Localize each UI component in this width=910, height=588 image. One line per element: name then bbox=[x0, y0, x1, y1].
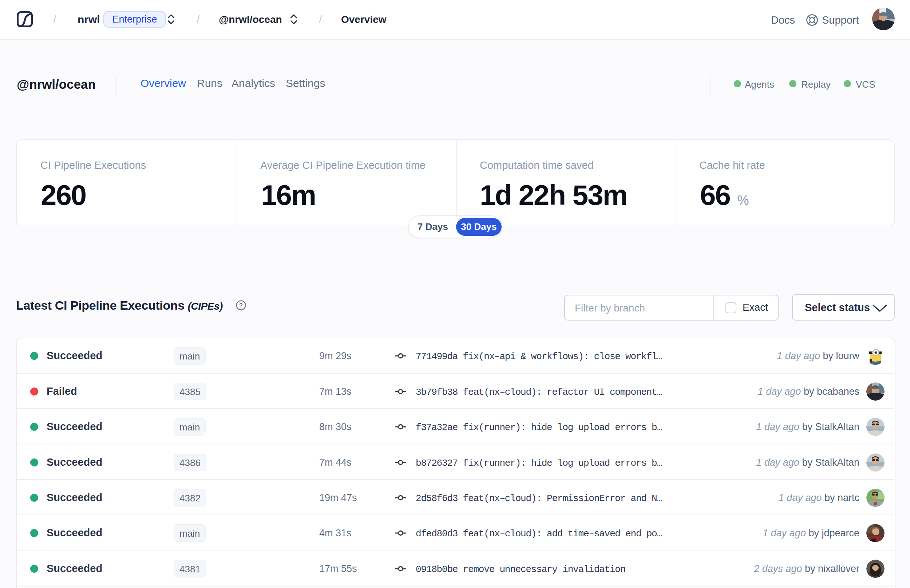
svg-text:?: ? bbox=[239, 302, 243, 309]
